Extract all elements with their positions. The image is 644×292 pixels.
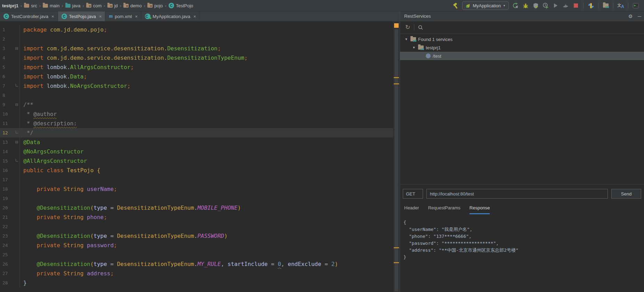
- chevron-expanded-icon[interactable]: ▼: [404, 37, 408, 41]
- tab-requestparams[interactable]: RequestParams: [428, 205, 460, 214]
- tab-header[interactable]: Header: [404, 205, 419, 214]
- minimize-icon[interactable]: ─: [635, 14, 644, 19]
- code-line-14[interactable]: 14@NoArgsConstructor: [0, 147, 400, 156]
- breadcrumb-item-testpojo[interactable]: CTestPojo: [169, 3, 193, 8]
- code-text: import com.jd.demo.service.desensitizati…: [20, 53, 247, 62]
- fold-end-icon[interactable]: [14, 156, 20, 166]
- breadcrumb-item-pojo[interactable]: pojo: [147, 3, 163, 8]
- fold-end-icon[interactable]: [14, 128, 20, 137]
- fold-start-icon[interactable]: ⊟: [14, 44, 20, 53]
- refresh-icon[interactable]: ↻: [403, 23, 412, 32]
- fold-column: [14, 175, 20, 184]
- hotswap-icon[interactable]: [587, 2, 594, 9]
- code-editor[interactable]: 1package com.jd.demo.pojo;23⊟import com.…: [0, 22, 400, 292]
- breadcrumb-item-jd[interactable]: jd: [107, 3, 118, 8]
- code-line-6[interactable]: 6import lombok.Data;: [0, 72, 400, 81]
- search-icon[interactable]: [416, 23, 425, 32]
- code-line-27[interactable]: 27 private String address;: [0, 269, 400, 278]
- fold-start-icon[interactable]: ⊟: [14, 137, 20, 147]
- line-number: 14: [0, 147, 14, 156]
- rerun-icon[interactable]: [512, 2, 519, 9]
- tree-item-testprj1[interactable]: ▼testprj1: [400, 43, 644, 52]
- services-folder-icon[interactable]: [602, 2, 609, 9]
- tree-item-found-1-services[interactable]: ▼Found 1 services: [400, 35, 644, 43]
- code-line-28[interactable]: 28}: [0, 278, 400, 287]
- code-text: [20, 250, 23, 259]
- code-line-8[interactable]: 8: [0, 91, 400, 100]
- close-icon[interactable]: ×: [99, 14, 102, 19]
- run-configuration-select[interactable]: MyApplication ▼: [462, 1, 509, 10]
- code-line-12[interactable]: 12 */: [0, 128, 400, 137]
- breadcrumb-item-demo[interactable]: demo: [123, 3, 142, 8]
- tab-testcontroller-java[interactable]: CTestController.java×: [0, 11, 58, 21]
- breadcrumb-label: jd: [114, 3, 118, 8]
- tab-label: MyApplication.java: [153, 14, 190, 19]
- fold-start-icon[interactable]: ⊟: [14, 100, 20, 109]
- breadcrumb-item-com[interactable]: com: [86, 3, 102, 8]
- breadcrumb-item-src[interactable]: src: [24, 3, 37, 8]
- code-line-23[interactable]: 23 @Desensitization(type = Desensitizati…: [0, 231, 400, 241]
- close-icon[interactable]: ×: [51, 14, 54, 19]
- code-line-21[interactable]: 21 private String phone;: [0, 212, 400, 222]
- code-line-7[interactable]: 7import lombok.NoArgsConstructor;: [0, 81, 400, 91]
- breadcrumb-item-testprj1[interactable]: testprj1: [2, 3, 18, 8]
- editor-scrollbar[interactable]: [393, 22, 400, 292]
- code-line-11[interactable]: 11 * @description:: [0, 119, 400, 128]
- tab-pom-xml[interactable]: mpom.xml×: [105, 11, 141, 21]
- code-line-13[interactable]: 13⊟@Data: [0, 137, 400, 147]
- breadcrumb-item-java[interactable]: java: [65, 3, 81, 8]
- fold-end-icon[interactable]: [14, 81, 20, 91]
- inspection-indicator[interactable]: [394, 23, 399, 28]
- terminal-icon[interactable]: ▶ _: [632, 2, 639, 9]
- breadcrumb-label: main: [50, 3, 59, 8]
- profiler-icon[interactable]: [542, 2, 549, 9]
- tab-response[interactable]: Response: [470, 205, 490, 214]
- code-line-3[interactable]: 3⊟import com.jd.demo.service.desensitiza…: [0, 44, 400, 53]
- scrollbar-thumb[interactable]: [394, 29, 398, 291]
- chevron-expanded-icon[interactable]: ▼: [412, 46, 416, 49]
- warning-stripe-mark[interactable]: [394, 247, 399, 248]
- line-number: 19: [0, 194, 14, 203]
- attach-bird-icon[interactable]: [562, 2, 569, 9]
- code-line-20[interactable]: 20 @Desensitization(type = Desensitizati…: [0, 203, 400, 212]
- send-button[interactable]: Send: [611, 189, 641, 199]
- code-line-2[interactable]: 2: [0, 34, 400, 44]
- code-text: [20, 34, 23, 44]
- translate-icon[interactable]: 文A: [617, 2, 624, 9]
- http-method-select[interactable]: GET: [403, 189, 423, 199]
- tree-item--test[interactable]: /test: [400, 52, 644, 60]
- code-line-24[interactable]: 24 private String password;: [0, 241, 400, 250]
- warning-stripe-mark[interactable]: [394, 262, 399, 263]
- url-input[interactable]: [426, 189, 608, 199]
- code-text: [20, 222, 23, 231]
- code-line-9[interactable]: 9⊟/**: [0, 100, 400, 109]
- code-line-16[interactable]: 16public class TestPojo {: [0, 166, 400, 175]
- close-icon[interactable]: ×: [193, 14, 196, 19]
- warning-stripe-mark[interactable]: [394, 77, 399, 78]
- code-line-18[interactable]: 18 private String userName;: [0, 184, 400, 194]
- close-icon[interactable]: ×: [135, 14, 138, 19]
- build-hammer-icon[interactable]: [452, 2, 459, 9]
- code-line-15[interactable]: 15@AllArgsConstructor: [0, 156, 400, 166]
- code-line-25[interactable]: 25: [0, 250, 400, 259]
- stop-icon[interactable]: [572, 2, 579, 9]
- code-line-5[interactable]: 5import lombok.AllArgsConstructor;: [0, 62, 400, 72]
- package-icon: [123, 4, 129, 8]
- code-line-4[interactable]: 4import com.jd.demo.service.desensitizat…: [0, 53, 400, 62]
- tab-testpojo-java[interactable]: CTestPojo.java×: [58, 11, 106, 21]
- warning-stripe-mark[interactable]: [394, 83, 399, 84]
- run-with-coverage-icon[interactable]: [532, 2, 539, 9]
- code-line-26[interactable]: 26 @Desensitization(type = Desensitizati…: [0, 259, 400, 269]
- code-line-1[interactable]: 1package com.jd.demo.pojo;: [0, 25, 400, 34]
- gear-icon[interactable]: ⚙: [626, 14, 635, 19]
- code-line-17[interactable]: 17: [0, 175, 400, 184]
- line-number: 10: [0, 109, 14, 119]
- run-icon[interactable]: [552, 2, 559, 9]
- breadcrumb-item-main[interactable]: main: [43, 3, 59, 8]
- code-line-22[interactable]: 22: [0, 222, 400, 231]
- debug-icon[interactable]: [522, 2, 529, 9]
- code-text: [20, 91, 23, 100]
- code-line-19[interactable]: 19: [0, 194, 400, 203]
- code-line-10[interactable]: 10 * @author: [0, 109, 400, 119]
- tab-myapplication-java[interactable]: CMyApplication.java×: [141, 11, 200, 21]
